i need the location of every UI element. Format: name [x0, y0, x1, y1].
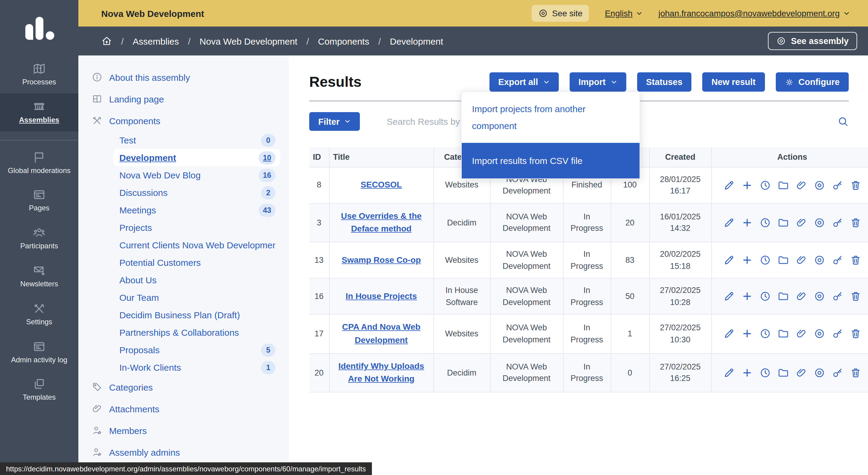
- folder-icon[interactable]: [778, 367, 789, 379]
- paperclip-icon[interactable]: [796, 217, 807, 228]
- eye-icon[interactable]: [814, 328, 825, 340]
- pencil-icon[interactable]: [723, 367, 735, 379]
- home-icon[interactable]: [101, 36, 112, 46]
- component-item-in-work-clients[interactable]: In-Work Clients1: [113, 359, 280, 376]
- key-icon[interactable]: [832, 367, 843, 379]
- assembly-nav-attachments[interactable]: Attachments: [92, 398, 283, 419]
- breadcrumb-item-nova-web-development[interactable]: Nova Web Development: [199, 36, 298, 46]
- component-item-nova-web-dev-blog[interactable]: Nova Web Dev Blog16: [113, 166, 280, 184]
- breadcrumb-item-components[interactable]: Components: [318, 36, 369, 46]
- search-icon[interactable]: [837, 116, 849, 127]
- pencil-icon[interactable]: [723, 328, 735, 340]
- result-title-link[interactable]: Identify Why Uploads Are Not Working: [338, 361, 424, 383]
- component-item-test[interactable]: Test0: [113, 131, 280, 149]
- sidebar-item-newsletters[interactable]: Newsletters: [0, 257, 79, 295]
- key-icon[interactable]: [832, 328, 843, 340]
- filter-button[interactable]: Filter: [309, 112, 360, 131]
- sidebar-item-processes[interactable]: Processes: [0, 56, 79, 93]
- component-item-potential-customers[interactable]: Potential Customers: [113, 254, 280, 271]
- eye-icon[interactable]: [814, 367, 825, 379]
- folder-icon[interactable]: [778, 328, 789, 340]
- component-item-decidim-business-plan-draft[interactable]: Decidim Business Plan (Draft): [113, 306, 280, 324]
- folder-icon[interactable]: [778, 179, 789, 191]
- trash-icon[interactable]: [850, 367, 861, 379]
- assembly-nav-about-this-assembly[interactable]: About this assembly: [92, 66, 283, 88]
- clock-icon[interactable]: [760, 217, 771, 228]
- see-site-button[interactable]: See site: [532, 5, 589, 22]
- new-result-button[interactable]: New result: [702, 72, 765, 92]
- component-item-proposals[interactable]: Proposals5: [113, 341, 280, 359]
- import-button[interactable]: Import: [569, 72, 626, 92]
- sidebar-item-participants[interactable]: Participants: [0, 219, 79, 257]
- pencil-icon[interactable]: [723, 254, 735, 266]
- menu-item-import-results-from-csv-file[interactable]: Import results from CSV file: [462, 142, 640, 179]
- folder-icon[interactable]: [778, 290, 789, 302]
- sidebar-item-admin-activity-log[interactable]: Admin activity log: [0, 333, 79, 371]
- trash-icon[interactable]: [850, 290, 861, 302]
- result-title-link[interactable]: CPA And Nova Web Development: [342, 322, 421, 345]
- result-title-link[interactable]: SECOSOL: [361, 180, 402, 189]
- paperclip-icon[interactable]: [796, 179, 807, 191]
- assembly-nav-landing-page[interactable]: Landing page: [92, 88, 283, 110]
- component-item-meetings[interactable]: Meetings43: [113, 201, 280, 219]
- plus-icon[interactable]: [741, 217, 753, 228]
- component-item-current-clients-nova-web-development[interactable]: Current Clients Nova Web Development: [113, 236, 280, 254]
- plus-icon[interactable]: [741, 367, 753, 379]
- plus-icon[interactable]: [741, 179, 753, 191]
- configure-button[interactable]: Configure: [775, 72, 849, 92]
- sidebar-item-global-moderations[interactable]: Global moderations: [0, 144, 79, 182]
- paperclip-icon[interactable]: [796, 367, 807, 379]
- trash-icon[interactable]: [850, 179, 861, 191]
- pencil-icon[interactable]: [723, 217, 735, 228]
- paperclip-icon[interactable]: [796, 328, 807, 340]
- pencil-icon[interactable]: [723, 290, 735, 302]
- component-item-about-us[interactable]: About Us: [113, 271, 280, 289]
- key-icon[interactable]: [832, 217, 843, 228]
- user-menu[interactable]: johan.francocampos@novawebdevelopment.or…: [658, 8, 850, 18]
- folder-icon[interactable]: [778, 254, 789, 266]
- plus-icon[interactable]: [741, 328, 753, 340]
- key-icon[interactable]: [832, 290, 843, 302]
- component-item-discussions[interactable]: Discussions2: [113, 184, 280, 201]
- clock-icon[interactable]: [760, 367, 771, 379]
- eye-icon[interactable]: [814, 290, 825, 302]
- sidebar-item-templates[interactable]: Templates: [0, 371, 79, 409]
- assembly-nav-members[interactable]: Members: [92, 419, 283, 441]
- paperclip-icon[interactable]: [796, 254, 807, 266]
- clock-icon[interactable]: [760, 328, 771, 340]
- decidim-logo[interactable]: [0, 0, 79, 56]
- assembly-nav-components[interactable]: Components: [92, 110, 283, 131]
- see-assembly-button[interactable]: See assembly: [768, 32, 857, 50]
- clock-icon[interactable]: [760, 179, 771, 191]
- result-title-link[interactable]: In House Projects: [346, 291, 417, 301]
- trash-icon[interactable]: [850, 217, 861, 228]
- paperclip-icon[interactable]: [796, 290, 807, 302]
- eye-icon[interactable]: [814, 179, 825, 191]
- statuses-button[interactable]: Statuses: [637, 72, 691, 92]
- plus-icon[interactable]: [741, 290, 753, 302]
- key-icon[interactable]: [832, 254, 843, 266]
- assembly-nav-categories[interactable]: Categories: [92, 376, 283, 398]
- plus-icon[interactable]: [741, 254, 753, 266]
- menu-item-import-projects-from-another-component[interactable]: Import projects from another component: [462, 92, 640, 142]
- result-title-link[interactable]: Use Overrides & the Deface method: [341, 211, 422, 233]
- assembly-nav-assembly-admins[interactable]: Assembly admins: [92, 441, 283, 463]
- sidebar-item-assemblies[interactable]: Assemblies: [0, 93, 79, 131]
- folder-icon[interactable]: [778, 217, 789, 228]
- pencil-icon[interactable]: [723, 179, 735, 191]
- sidebar-item-settings[interactable]: Settings: [0, 295, 79, 334]
- export-all-button[interactable]: Export all: [489, 72, 558, 92]
- result-title-link[interactable]: Swamp Rose Co-op: [342, 255, 421, 264]
- language-selector[interactable]: English: [605, 8, 643, 18]
- breadcrumb-item-assemblies[interactable]: Assemblies: [133, 36, 179, 46]
- trash-icon[interactable]: [850, 254, 861, 266]
- clock-icon[interactable]: [760, 290, 771, 302]
- component-item-projects[interactable]: Projects: [113, 219, 280, 236]
- sidebar-item-pages[interactable]: Pages: [0, 182, 79, 220]
- clock-icon[interactable]: [760, 254, 771, 266]
- component-item-our-team[interactable]: Our Team: [113, 289, 280, 306]
- eye-icon[interactable]: [814, 217, 825, 228]
- breadcrumb-item-development[interactable]: Development: [390, 36, 443, 46]
- component-item-partnerships-collaborations[interactable]: Partnerships & Collaborations: [113, 324, 280, 341]
- key-icon[interactable]: [832, 179, 843, 191]
